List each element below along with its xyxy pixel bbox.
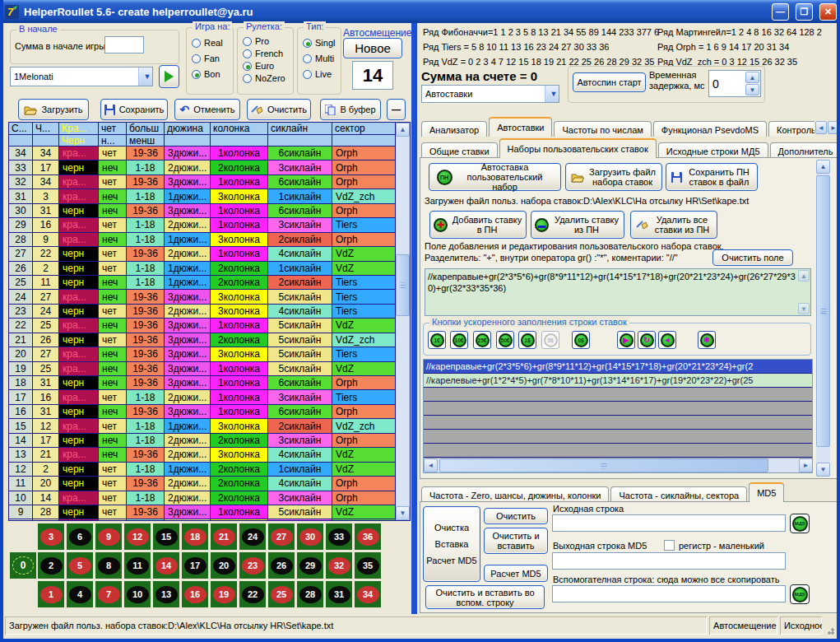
table-row[interactable]: 3434кра...чет19-363дюжи...1колонка6сикла… [9, 147, 410, 160]
scroll-up-icon[interactable]: ▲ [816, 160, 830, 174]
board-cell-4[interactable]: 4 [67, 581, 93, 607]
column-header[interactable]: сектор [332, 123, 396, 135]
load-button[interactable]: Загрузить [18, 99, 89, 120]
table-row[interactable]: 1925кра...неч19-363дюжи...1колонка5сикла… [9, 362, 410, 376]
board-cell-16[interactable]: 16 [182, 581, 208, 607]
board-cell-35[interactable]: 35 [355, 552, 381, 579]
board-cell-2[interactable]: 2 [38, 552, 64, 579]
board-cell-20[interactable]: 20 [211, 552, 237, 579]
subtab-наборы-пользовательских-ставок[interactable]: Наборы пользовательских ставок [499, 138, 657, 158]
column-header[interactable]: дюжина [165, 123, 211, 135]
autospin-start-button[interactable]: Автоспин старт [573, 72, 646, 92]
load-set-file-button[interactable]: Загрузить файл набора ставок [565, 163, 662, 191]
table-row[interactable]: 1120чернчет19-362дюжи...2колонка4сиклайн… [9, 477, 410, 491]
md5-source-input[interactable] [552, 514, 786, 532]
board-cell-7[interactable]: 7 [95, 581, 122, 607]
table-row[interactable]: 313кра...неч1-181дюжи...3колонка1сиклайн… [9, 189, 410, 203]
preset-combobox[interactable]: 1Melonati ▼ [10, 67, 153, 86]
board-cell-36[interactable]: 36 [355, 523, 381, 550]
column-header[interactable] [332, 135, 396, 147]
save-button[interactable]: Сохранить [100, 99, 168, 120]
list-item-empty[interactable] [424, 402, 812, 416]
scroll-up-icon[interactable]: ▲ [798, 270, 810, 281]
delay-spinner[interactable]: 0 ▲ ▼ [708, 70, 761, 97]
bottom-tab-частота-сиклайны-сектора[interactable]: Частота - сиклайны, сектора [610, 486, 747, 502]
scroll-down-icon[interactable]: ▼ [798, 303, 810, 314]
board-cell-31[interactable]: 31 [326, 581, 352, 607]
table-row[interactable]: 928чернчет19-363дюжи...1колонка5сиклайнV… [9, 505, 410, 519]
run-button[interactable] [159, 65, 179, 88]
table-row[interactable]: 122чернчет1-181дюжи...2колонка1сиклайнVd… [9, 463, 410, 477]
column-header[interactable]: менш [127, 135, 165, 147]
quick-bet-button-50eur[interactable]: 50€ [496, 331, 514, 349]
column-header[interactable] [9, 135, 33, 147]
board-cell-18[interactable]: 18 [182, 523, 208, 550]
table-row[interactable]: 1716кра...чет1-182дюжи...1колонка3сиклай… [9, 390, 410, 404]
list-item-empty[interactable] [424, 388, 812, 402]
hscroll-thumb[interactable] [439, 458, 768, 472]
autobet-user-set-button[interactable]: ПН Автоставка пользовательский набор [429, 163, 561, 191]
table-scroll-thumb[interactable] [396, 254, 410, 316]
board-cell-zero[interactable]: 0 [10, 552, 36, 579]
column-header[interactable]: сиклайн [268, 123, 332, 135]
panel-scroll-thumb[interactable] [816, 175, 830, 447]
table-scrollbar[interactable]: ▲ ▼ [396, 123, 410, 520]
md5-clear-paste-button[interactable]: Очистить и вставить [484, 528, 548, 554]
scroll-left-icon[interactable]: ◄ [424, 458, 438, 472]
column-header[interactable]: Ч... [33, 123, 59, 135]
column-header[interactable]: чет [99, 123, 127, 135]
board-cell-25[interactable]: 25 [268, 581, 295, 607]
radio-type-multi[interactable]: Multi [303, 54, 341, 63]
radio-roulette-nozero[interactable]: NoZero [243, 73, 293, 83]
table-row[interactable]: 3031черннеч19-363дюжи...1колонка6сиклайн… [9, 204, 410, 218]
subtab-общие-ставки[interactable]: Общие ставки [421, 142, 498, 158]
resize-grip[interactable] [824, 625, 835, 635]
tabs-scroll-right-icon[interactable]: ► [828, 121, 839, 134]
list-item[interactable]: //карелевые+gr(1*2*4*5)+gr(7*8*10*11)+gr… [424, 374, 812, 388]
subtab-исходные-строки-мд5[interactable]: Исходные строки МД5 [658, 142, 768, 158]
list-item-empty[interactable] [424, 430, 812, 444]
column-header[interactable] [268, 135, 332, 147]
board-cell-27[interactable]: 27 [268, 523, 295, 550]
bottom-tab-частота-zero-шансы-дюжины-колонки[interactable]: Частота - Zero, шансы, дюжины, колонки [421, 486, 609, 502]
column-header[interactable] [33, 135, 59, 147]
table-row[interactable]: 2324чернчет19-362дюжи...3колонка4сиклайн… [9, 305, 410, 319]
add-bet-button[interactable]: ✚ Добавить ставку в ПН [429, 211, 527, 239]
md5-run-button[interactable]: МД5 [790, 514, 810, 533]
board-cell-32[interactable]: 32 [326, 552, 352, 579]
board-cell-12[interactable]: 12 [124, 523, 151, 550]
list-item-empty[interactable] [424, 416, 812, 430]
bottom-tab-md5[interactable]: MD5 [749, 482, 784, 502]
md5-clear-button[interactable]: Очистить [484, 508, 548, 524]
board-cell-23[interactable]: 23 [239, 552, 266, 579]
tab-частоты-по-числам[interactable]: Частоты по числам [554, 121, 651, 137]
board-cell-34[interactable]: 34 [355, 581, 381, 607]
bets-list-hscrollbar[interactable]: ◄ ► [424, 458, 813, 472]
list-item[interactable]: //кареправые+gr(2*3*5*6)+gr(8*9*11*12)+g… [424, 360, 812, 374]
scroll-right-icon[interactable]: ► [799, 458, 813, 472]
board-cell-21[interactable]: 21 [211, 523, 237, 550]
clear-field-button[interactable]: Очистить поле [712, 249, 793, 266]
board-cell-19[interactable]: 19 [211, 581, 237, 607]
spinner-up-icon[interactable]: ▲ [745, 72, 759, 83]
quick-bet-button-10eur[interactable]: 10€ [450, 331, 468, 349]
column-header[interactable]: Кра... [59, 123, 99, 135]
table-row[interactable]: 3317черннеч1-182дюжи...2колонка3сиклайнO… [9, 160, 410, 174]
minimize-button[interactable]: — [772, 3, 789, 21]
board-cell-30[interactable]: 30 [297, 523, 323, 550]
column-header[interactable]: больш [127, 123, 165, 135]
md5-big-button[interactable]: ОчисткаВставкаРасчет MD5 [423, 506, 480, 582]
save-set-file-button[interactable]: Сохранить ПН ставок в файл [666, 163, 758, 191]
board-cell-15[interactable]: 15 [153, 523, 179, 550]
radio-game-fan[interactable]: Fan [192, 54, 233, 63]
column-header[interactable]: С... [9, 123, 33, 135]
column-header[interactable]: колонка [211, 123, 268, 135]
md5-aux-input[interactable] [552, 585, 786, 602]
board-cell-13[interactable]: 13 [153, 581, 179, 607]
table-row[interactable]: 1321кра...неч19-362дюжи...3колонка4сикла… [9, 448, 410, 462]
board-cell-33[interactable]: 33 [326, 523, 352, 550]
board-cell-17[interactable]: 17 [182, 552, 208, 579]
bets-list[interactable]: //кареправые+gr(2*3*5*6)+gr(8*9*11*12)+g… [423, 359, 813, 473]
list-item-empty[interactable] [424, 444, 812, 458]
board-cell-9[interactable]: 9 [95, 523, 122, 550]
